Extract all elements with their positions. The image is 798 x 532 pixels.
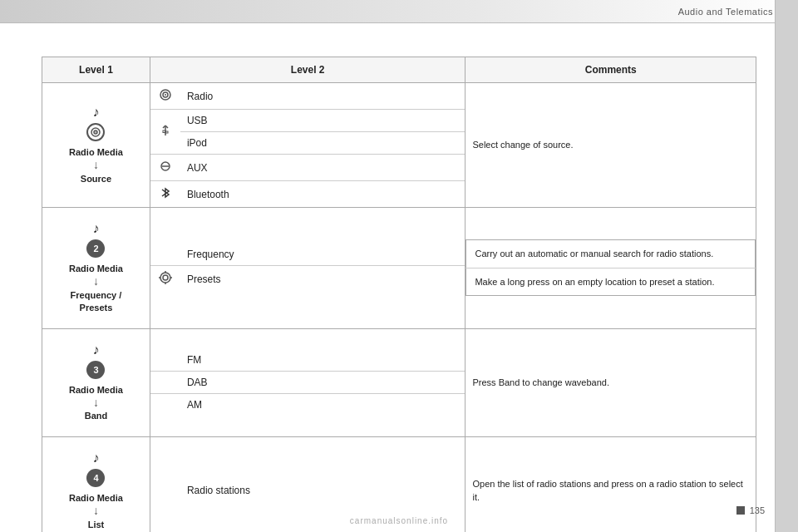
level1-text-source: Radio Media ↓ Source bbox=[54, 146, 138, 185]
target-icon bbox=[159, 275, 172, 287]
top-bar: Audio and Telematics bbox=[0, 0, 798, 23]
level1-text-band: Radio Media ↓ Band bbox=[54, 384, 138, 423]
bluetooth-icon bbox=[160, 189, 170, 202]
list-item: Bluetooth bbox=[150, 181, 466, 208]
radio-target-icon bbox=[159, 92, 172, 104]
music-note-icon: ♪ bbox=[92, 342, 99, 357]
level1-cell-band: ♪ 3 Radio Media ↓ Band bbox=[42, 328, 150, 436]
level2-inner-table-source: Radio bbox=[150, 83, 466, 207]
level1-cell-list: ♪ 4 Radio Media ↓ List bbox=[42, 436, 150, 532]
level2-label: Radio bbox=[180, 83, 466, 110]
comments-cell-band: Press Band to change waveband. bbox=[466, 328, 756, 436]
music-note-icon: ♪ bbox=[92, 451, 99, 466]
icon-cell bbox=[150, 480, 180, 501]
level2-cell-band: FM DAB AM bbox=[150, 328, 466, 436]
level2-label: USB bbox=[180, 110, 466, 132]
level2-label: Presets bbox=[180, 266, 466, 293]
svg-rect-10 bbox=[165, 131, 168, 133]
level2-label: Frequency bbox=[180, 244, 466, 266]
arrow-icon: ↓ bbox=[93, 504, 99, 517]
level2-label: iPod bbox=[180, 132, 466, 155]
reference-table: Level 1 Level 2 Comments ♪ bbox=[42, 57, 756, 532]
level2-label: Radio stations bbox=[180, 480, 466, 501]
level2-inner-table-band: FM DAB AM bbox=[150, 349, 466, 416]
badge-3-icon: 3 bbox=[86, 361, 105, 379]
list-item: AUX bbox=[150, 155, 466, 181]
level2-cell-freq: Frequency bbox=[150, 208, 466, 329]
comments-cell-freq: Carry out an automatic or manual search … bbox=[466, 208, 756, 329]
level2-inner-table-list: Radio stations bbox=[150, 480, 466, 501]
icon-cell bbox=[150, 349, 180, 372]
music-note-icon: ♪ bbox=[92, 105, 99, 120]
list-item: DAB bbox=[150, 372, 466, 394]
icon-cell bbox=[150, 155, 180, 181]
header-comments: Comments bbox=[466, 57, 756, 83]
icon-cell bbox=[150, 181, 180, 208]
list-item: FM bbox=[150, 349, 466, 372]
comments-cell-source: Select change of source. bbox=[466, 83, 756, 208]
level2-label: Bluetooth bbox=[180, 181, 466, 208]
svg-point-2 bbox=[96, 131, 97, 133]
comment-frequency: Carry out an automatic or manual search … bbox=[466, 240, 756, 268]
comment-presets: Make a long press on an empty location t… bbox=[466, 268, 756, 296]
radio-icon bbox=[86, 123, 105, 141]
music-note-icon: ♪ bbox=[92, 221, 99, 236]
list-item: iPod bbox=[150, 132, 466, 155]
badge-2-icon: 2 bbox=[86, 239, 105, 258]
table-row: ♪ 3 Radio Media ↓ Band bbox=[42, 328, 756, 436]
usb-icon bbox=[159, 127, 172, 140]
svg-point-5 bbox=[165, 94, 166, 96]
list-item: Radio bbox=[150, 83, 466, 110]
table-row: ♪ Radio Media bbox=[42, 83, 756, 208]
icon-cell bbox=[150, 244, 180, 266]
aux-icon bbox=[159, 164, 172, 175]
table-row: ♪ 2 Radio Media ↓ Frequency /Presets bbox=[42, 208, 756, 329]
page-title: Audio and Telematics bbox=[678, 7, 773, 17]
watermark: carmanualsonline.info bbox=[350, 516, 448, 525]
arrow-icon: ↓ bbox=[93, 396, 99, 409]
list-item: AM bbox=[150, 394, 466, 416]
header-level2: Level 2 bbox=[150, 57, 466, 83]
icon-cell bbox=[150, 266, 180, 293]
level2-label: AUX bbox=[180, 155, 466, 181]
header-level1: Level 1 bbox=[42, 57, 150, 83]
arrow-icon: ↓ bbox=[93, 274, 99, 288]
level1-text-list: Radio Media ↓ List bbox=[54, 492, 138, 531]
level2-label: DAB bbox=[180, 372, 466, 394]
page-number: 135 bbox=[750, 505, 765, 515]
arrow-icon: ↓ bbox=[93, 158, 99, 171]
icon-cell bbox=[150, 372, 180, 394]
page-square-icon bbox=[736, 506, 745, 515]
icon-cell bbox=[150, 83, 180, 110]
page-indicator: 135 bbox=[736, 505, 765, 515]
level2-label: AM bbox=[180, 394, 466, 416]
level1-text-freq: Radio Media ↓ Frequency /Presets bbox=[54, 263, 138, 315]
badge-4-icon: 4 bbox=[86, 469, 105, 487]
list-item: USB bbox=[150, 110, 466, 132]
main-content: Level 1 Level 2 Comments ♪ bbox=[0, 23, 798, 532]
svg-point-13 bbox=[160, 273, 170, 283]
level2-label: FM bbox=[180, 349, 466, 372]
level2-inner-table-freq: Frequency bbox=[150, 244, 466, 292]
page-background: Audio and Telematics Level 1 Level 2 Com… bbox=[0, 0, 798, 532]
comments-cell-list: Open the list of radio stations and pres… bbox=[466, 436, 756, 532]
list-item: Frequency bbox=[150, 244, 466, 266]
list-item: Radio stations bbox=[150, 480, 466, 501]
icon-cell bbox=[150, 110, 180, 155]
level1-cell-freq: ♪ 2 Radio Media ↓ Frequency /Presets bbox=[42, 208, 150, 329]
icon-cell bbox=[150, 394, 180, 416]
level2-cell-source: Radio bbox=[150, 83, 466, 208]
svg-point-14 bbox=[163, 275, 168, 280]
level1-cell-source: ♪ Radio Media bbox=[42, 83, 150, 208]
list-item: Presets bbox=[150, 266, 466, 293]
